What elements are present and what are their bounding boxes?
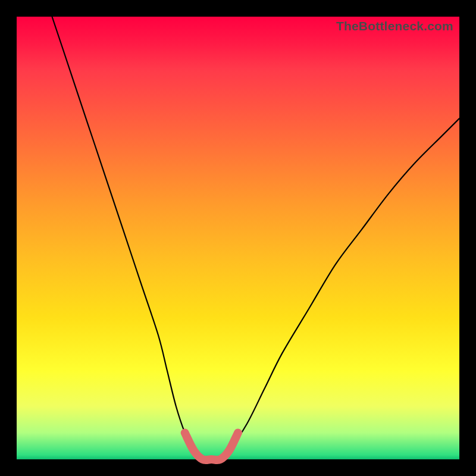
bottleneck-curve-svg	[17, 17, 459, 459]
minimum-highlight-path	[185, 433, 238, 460]
chart-frame: TheBottleneck.com	[0, 0, 476, 476]
plot-area: TheBottleneck.com	[17, 17, 459, 459]
bottleneck-curve-path	[52, 17, 460, 460]
